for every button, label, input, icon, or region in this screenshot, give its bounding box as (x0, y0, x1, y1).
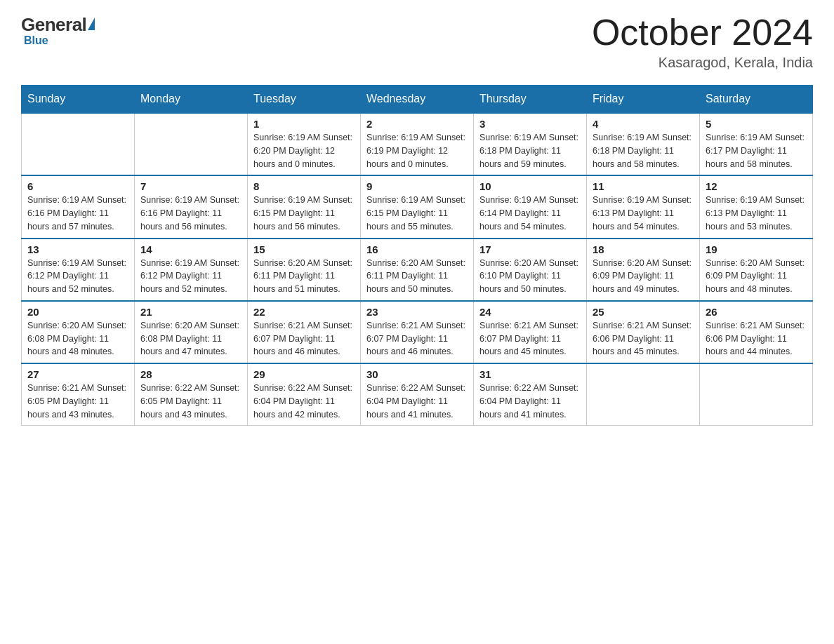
calendar-cell: 31Sunrise: 6:22 AM Sunset: 6:04 PM Dayli… (474, 363, 587, 426)
day-info: Sunrise: 6:20 AM Sunset: 6:09 PM Dayligh… (593, 257, 694, 296)
day-number: 12 (706, 180, 807, 192)
day-info: Sunrise: 6:19 AM Sunset: 6:20 PM Dayligh… (253, 131, 355, 170)
day-info: Sunrise: 6:19 AM Sunset: 6:13 PM Dayligh… (593, 194, 694, 233)
calendar-cell: 15Sunrise: 6:20 AM Sunset: 6:11 PM Dayli… (248, 239, 361, 301)
calendar-cell: 25Sunrise: 6:21 AM Sunset: 6:06 PM Dayli… (587, 301, 700, 363)
calendar-cell: 14Sunrise: 6:19 AM Sunset: 6:12 PM Dayli… (135, 239, 248, 301)
day-number: 17 (479, 243, 581, 255)
day-number: 22 (253, 306, 355, 318)
day-info: Sunrise: 6:19 AM Sunset: 6:18 PM Dayligh… (479, 131, 581, 170)
calendar-cell: 2Sunrise: 6:19 AM Sunset: 6:19 PM Daylig… (361, 113, 474, 175)
day-number: 30 (366, 368, 468, 380)
day-info: Sunrise: 6:19 AM Sunset: 6:16 PM Dayligh… (27, 194, 128, 233)
day-number: 20 (27, 306, 128, 318)
calendar-day-header: Friday (587, 86, 700, 114)
calendar-day-header: Monday (135, 86, 248, 114)
page-header: General Blue October 2024 Kasaragod, Ker… (21, 14, 813, 71)
calendar-cell (587, 363, 700, 426)
calendar-cell: 5Sunrise: 6:19 AM Sunset: 6:17 PM Daylig… (700, 113, 813, 175)
calendar-cell (700, 363, 813, 426)
calendar-week-row: 13Sunrise: 6:19 AM Sunset: 6:12 PM Dayli… (22, 239, 813, 301)
day-info: Sunrise: 6:19 AM Sunset: 6:14 PM Dayligh… (479, 194, 581, 233)
day-number: 5 (706, 118, 807, 130)
logo: General Blue (21, 14, 95, 47)
calendar-cell: 16Sunrise: 6:20 AM Sunset: 6:11 PM Dayli… (361, 239, 474, 301)
calendar-day-header: Tuesday (248, 86, 361, 114)
day-number: 24 (479, 306, 581, 318)
day-info: Sunrise: 6:21 AM Sunset: 6:07 PM Dayligh… (253, 319, 355, 358)
day-number: 21 (140, 306, 241, 318)
day-info: Sunrise: 6:20 AM Sunset: 6:11 PM Dayligh… (253, 257, 355, 296)
calendar-cell: 1Sunrise: 6:19 AM Sunset: 6:20 PM Daylig… (248, 113, 361, 175)
calendar-cell: 23Sunrise: 6:21 AM Sunset: 6:07 PM Dayli… (361, 301, 474, 363)
calendar-cell: 18Sunrise: 6:20 AM Sunset: 6:09 PM Dayli… (587, 239, 700, 301)
day-info: Sunrise: 6:19 AM Sunset: 6:15 PM Dayligh… (253, 194, 355, 233)
calendar-cell: 26Sunrise: 6:21 AM Sunset: 6:06 PM Dayli… (700, 301, 813, 363)
day-info: Sunrise: 6:19 AM Sunset: 6:15 PM Dayligh… (366, 194, 468, 233)
calendar-cell: 29Sunrise: 6:22 AM Sunset: 6:04 PM Dayli… (248, 363, 361, 426)
day-info: Sunrise: 6:19 AM Sunset: 6:18 PM Dayligh… (593, 131, 694, 170)
calendar-cell: 4Sunrise: 6:19 AM Sunset: 6:18 PM Daylig… (587, 113, 700, 175)
calendar-cell: 30Sunrise: 6:22 AM Sunset: 6:04 PM Dayli… (361, 363, 474, 426)
calendar-cell: 12Sunrise: 6:19 AM Sunset: 6:13 PM Dayli… (700, 175, 813, 238)
day-info: Sunrise: 6:21 AM Sunset: 6:06 PM Dayligh… (593, 319, 694, 358)
day-number: 31 (479, 368, 581, 380)
day-number: 15 (253, 243, 355, 255)
calendar-cell: 13Sunrise: 6:19 AM Sunset: 6:12 PM Dayli… (22, 239, 135, 301)
logo-triangle-icon (88, 18, 95, 30)
day-number: 16 (366, 243, 468, 255)
location-text: Kasaragod, Kerala, India (592, 55, 813, 71)
day-info: Sunrise: 6:20 AM Sunset: 6:10 PM Dayligh… (479, 257, 581, 296)
day-number: 2 (366, 118, 468, 130)
day-number: 11 (593, 180, 694, 192)
calendar-day-header: Saturday (700, 86, 813, 114)
day-number: 25 (593, 306, 694, 318)
day-number: 28 (140, 368, 241, 380)
day-info: Sunrise: 6:19 AM Sunset: 6:17 PM Dayligh… (706, 131, 807, 170)
day-info: Sunrise: 6:21 AM Sunset: 6:07 PM Dayligh… (366, 319, 468, 358)
calendar-header-row: SundayMondayTuesdayWednesdayThursdayFrid… (22, 86, 813, 114)
day-info: Sunrise: 6:20 AM Sunset: 6:08 PM Dayligh… (27, 319, 128, 358)
calendar-cell (135, 113, 248, 175)
calendar-day-header: Thursday (474, 86, 587, 114)
day-number: 23 (366, 306, 468, 318)
calendar-table: SundayMondayTuesdayWednesdayThursdayFrid… (21, 85, 813, 426)
calendar-week-row: 27Sunrise: 6:21 AM Sunset: 6:05 PM Dayli… (22, 363, 813, 426)
day-number: 7 (140, 180, 241, 192)
title-block: October 2024 Kasaragod, Kerala, India (592, 14, 813, 71)
calendar-cell: 19Sunrise: 6:20 AM Sunset: 6:09 PM Dayli… (700, 239, 813, 301)
logo-blue-text: Blue (24, 34, 48, 47)
day-number: 4 (593, 118, 694, 130)
day-info: Sunrise: 6:20 AM Sunset: 6:11 PM Dayligh… (366, 257, 468, 296)
day-info: Sunrise: 6:22 AM Sunset: 6:04 PM Dayligh… (253, 382, 355, 421)
day-info: Sunrise: 6:19 AM Sunset: 6:13 PM Dayligh… (706, 194, 807, 233)
day-number: 9 (366, 180, 468, 192)
day-info: Sunrise: 6:20 AM Sunset: 6:08 PM Dayligh… (140, 319, 241, 358)
day-info: Sunrise: 6:22 AM Sunset: 6:04 PM Dayligh… (366, 382, 468, 421)
day-info: Sunrise: 6:19 AM Sunset: 6:12 PM Dayligh… (140, 257, 241, 296)
day-info: Sunrise: 6:21 AM Sunset: 6:07 PM Dayligh… (479, 319, 581, 358)
day-number: 27 (27, 368, 128, 380)
day-number: 13 (27, 243, 128, 255)
calendar-cell: 7Sunrise: 6:19 AM Sunset: 6:16 PM Daylig… (135, 175, 248, 238)
calendar-cell: 3Sunrise: 6:19 AM Sunset: 6:18 PM Daylig… (474, 113, 587, 175)
day-info: Sunrise: 6:20 AM Sunset: 6:09 PM Dayligh… (706, 257, 807, 296)
day-number: 19 (706, 243, 807, 255)
calendar-cell: 28Sunrise: 6:22 AM Sunset: 6:05 PM Dayli… (135, 363, 248, 426)
calendar-week-row: 6Sunrise: 6:19 AM Sunset: 6:16 PM Daylig… (22, 175, 813, 238)
day-number: 26 (706, 306, 807, 318)
calendar-cell: 11Sunrise: 6:19 AM Sunset: 6:13 PM Dayli… (587, 175, 700, 238)
day-info: Sunrise: 6:19 AM Sunset: 6:16 PM Dayligh… (140, 194, 241, 233)
day-number: 3 (479, 118, 581, 130)
month-year-title: October 2024 (592, 14, 813, 51)
day-number: 18 (593, 243, 694, 255)
calendar-week-row: 20Sunrise: 6:20 AM Sunset: 6:08 PM Dayli… (22, 301, 813, 363)
calendar-cell: 9Sunrise: 6:19 AM Sunset: 6:15 PM Daylig… (361, 175, 474, 238)
calendar-day-header: Sunday (22, 86, 135, 114)
day-info: Sunrise: 6:19 AM Sunset: 6:12 PM Dayligh… (27, 257, 128, 296)
calendar-cell: 10Sunrise: 6:19 AM Sunset: 6:14 PM Dayli… (474, 175, 587, 238)
calendar-cell: 27Sunrise: 6:21 AM Sunset: 6:05 PM Dayli… (22, 363, 135, 426)
calendar-cell: 8Sunrise: 6:19 AM Sunset: 6:15 PM Daylig… (248, 175, 361, 238)
calendar-cell: 22Sunrise: 6:21 AM Sunset: 6:07 PM Dayli… (248, 301, 361, 363)
calendar-cell: 21Sunrise: 6:20 AM Sunset: 6:08 PM Dayli… (135, 301, 248, 363)
